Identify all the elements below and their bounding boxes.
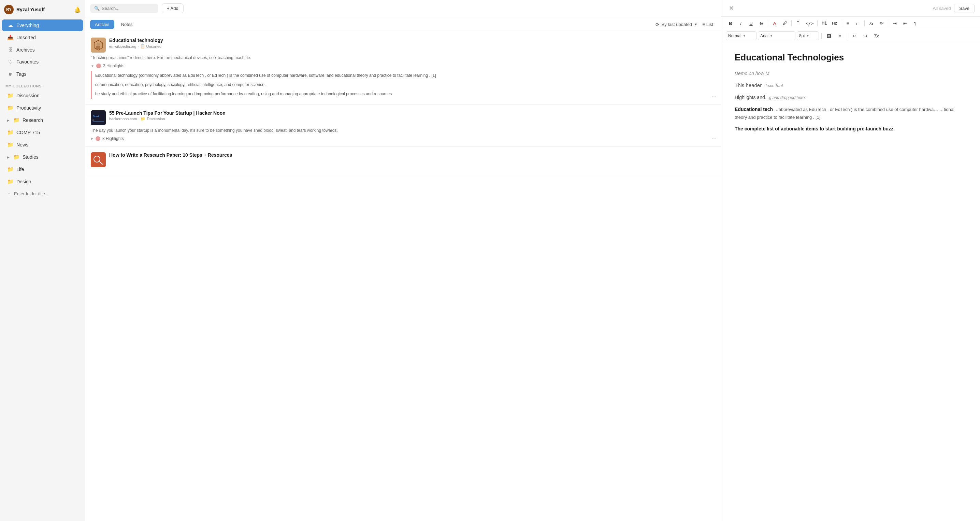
article-meta: hackernoon.com · 📁 Discussion — [109, 117, 715, 121]
article-more-button[interactable]: ··· — [711, 134, 717, 142]
indent-increase-button[interactable]: ⇥ — [890, 19, 899, 28]
note-content[interactable]: Educational Technologies Demo on how M T… — [721, 42, 980, 521]
clear-format-button[interactable]: Tx — [872, 32, 881, 40]
article-header: Educational technology en.wikipedia.org … — [91, 38, 715, 53]
font-color-button[interactable]: A — [770, 19, 780, 28]
list-icon: ≡ — [702, 22, 705, 27]
sidebar-item-unsorted[interactable]: 📥 Unsorted — [2, 32, 83, 43]
sidebar-item-label: Research — [22, 118, 43, 123]
sidebar-item-productivity[interactable]: 📁 Productivity — [2, 102, 83, 114]
svg-rect-6 — [93, 121, 104, 122]
add-button[interactable]: + Add — [162, 3, 184, 13]
highlights-count: 3 Highlights — [102, 136, 124, 141]
chevron-down-icon: ▼ — [770, 34, 773, 38]
highlights-toggle[interactable]: ▼ 3 Highlights — [91, 64, 715, 68]
avatar: RY — [4, 5, 14, 14]
unordered-list-button[interactable]: ≔ — [853, 19, 862, 28]
sidebar-item-label: Favourites — [16, 59, 38, 65]
sidebar-item-comp715[interactable]: 📁 COMP 715 — [2, 127, 83, 138]
search-bar[interactable]: 🔍 — [90, 4, 158, 13]
folder-icon: 📁 — [13, 117, 20, 123]
article-card[interactable]: Educational technology en.wikipedia.org … — [85, 32, 721, 105]
ordered-list-button[interactable]: ≡ — [843, 19, 853, 28]
highlight-button[interactable]: 🖊 — [780, 19, 790, 28]
sort-area[interactable]: ⟳ By last updated ▼ — [655, 22, 698, 27]
sort-label: By last updated — [662, 22, 692, 27]
tab-articles[interactable]: Articles — [90, 20, 114, 29]
sidebar-item-tags[interactable]: # Tags — [2, 68, 83, 80]
font-select[interactable]: Arial ▼ — [758, 32, 795, 40]
folder-small-icon: 📋 — [140, 44, 145, 48]
tab-notes[interactable]: Notes — [116, 20, 137, 29]
notification-bell-icon[interactable]: 🔔 — [74, 6, 81, 13]
sidebar-item-label: Studies — [22, 154, 38, 160]
h2-button[interactable]: H2 — [829, 19, 839, 28]
article-meta: en.wikipedia.org · 📋 Unsorted — [109, 44, 715, 48]
align-button[interactable]: ≡ — [835, 32, 845, 40]
style-select[interactable]: Normal ▼ — [726, 32, 757, 40]
sidebar-item-archives[interactable]: 🗄 Archives — [2, 44, 83, 55]
sidebar-item-news[interactable]: 📁 News — [2, 139, 83, 151]
article-title: Educational technology — [109, 38, 715, 43]
folder-icon: 📁 — [7, 105, 14, 111]
folder-icon: 📁 — [7, 166, 14, 172]
folder-title-input[interactable] — [14, 191, 65, 196]
paragraph-button[interactable]: ¶ — [910, 19, 920, 28]
add-folder-area[interactable]: ＋ — [2, 188, 83, 199]
search-input[interactable] — [102, 6, 154, 11]
style-value: Normal — [728, 33, 741, 38]
strikethrough-button[interactable]: S — [757, 19, 766, 28]
sidebar-item-label: Everything — [16, 22, 39, 28]
save-button[interactable]: Save — [954, 4, 975, 13]
undo-button[interactable]: ↩ — [850, 32, 859, 40]
highlights-toggle[interactable]: ▶ 3 Highlights — [91, 136, 715, 141]
article-collection: Discussion — [147, 117, 165, 121]
note-panel: ✕ All saved Save B I U S A 🖊 " </> H1 H2… — [721, 0, 980, 521]
article-more-button[interactable]: ··· — [711, 92, 717, 100]
toolbar-separator — [888, 20, 888, 26]
indent-decrease-button[interactable]: ⇤ — [900, 19, 910, 28]
font-size-value: 8pt — [799, 33, 805, 38]
note-title: Educational Technologies — [735, 52, 966, 63]
code-button[interactable]: </> — [803, 19, 816, 28]
chevron-down-icon: ▼ — [806, 34, 810, 38]
main-header: 🔍 + Add — [85, 0, 721, 17]
underline-button[interactable]: U — [746, 19, 756, 28]
list-view-toggle[interactable]: ≡ List — [700, 21, 716, 28]
highlights-content: Educational technology (commonly abbrevi… — [91, 71, 715, 99]
svg-text:Start: Start — [93, 115, 99, 118]
subheader-text: This header · lexic font — [735, 82, 783, 88]
svg-rect-3 — [91, 110, 106, 125]
insert-image-button[interactable]: 🖼 — [824, 32, 834, 40]
superscript-button[interactable]: X² — [877, 19, 886, 28]
sidebar-header: RY Ryzal Yusoff 🔔 — [0, 0, 85, 19]
user-name: Ryzal Yusoff — [16, 7, 71, 12]
expand-icon: ▶ — [91, 137, 94, 140]
svg-rect-7 — [91, 152, 106, 167]
sidebar-item-research[interactable]: ▶ 📁 Research — [2, 115, 83, 126]
archive-icon: 🗄 — [7, 47, 14, 53]
sidebar-item-studies[interactable]: ▶ 📁 Studies — [2, 151, 83, 163]
highlights-count: 3 Highlights — [103, 64, 124, 68]
chevron-right-icon: ▶ — [7, 155, 10, 159]
sidebar-item-everything[interactable]: ☁ Everything — [2, 19, 83, 31]
sidebar-item-life[interactable]: 📁 Life — [2, 164, 83, 175]
italic-button[interactable]: I — [736, 19, 746, 28]
sidebar-item-discussion[interactable]: 📁 Discussion — [2, 90, 83, 101]
article-card[interactable]: How to Write a Research Paper: 10 Steps … — [85, 147, 721, 175]
font-value: Arial — [760, 33, 768, 38]
font-size-select[interactable]: 8pt ▼ — [797, 32, 819, 40]
sidebar-item-favourites[interactable]: ♡ Favourites — [2, 56, 83, 68]
article-card[interactable]: Start up 55 Pre-Launch Tips For Your Sta… — [85, 105, 721, 147]
redo-button[interactable]: ↪ — [861, 32, 870, 40]
sidebar-item-design[interactable]: 📁 Design — [2, 176, 83, 188]
subscript-button[interactable]: X₂ — [866, 19, 876, 28]
blockquote-button[interactable]: " — [793, 19, 803, 28]
note-close-button[interactable]: ✕ — [727, 3, 736, 13]
toolbar-separator — [847, 33, 847, 39]
toolbar-separator — [821, 33, 822, 39]
h1-button[interactable]: H1 — [819, 19, 829, 28]
toolbar-separator — [791, 20, 792, 26]
heart-icon: ♡ — [7, 59, 14, 65]
bold-button[interactable]: B — [726, 19, 735, 28]
